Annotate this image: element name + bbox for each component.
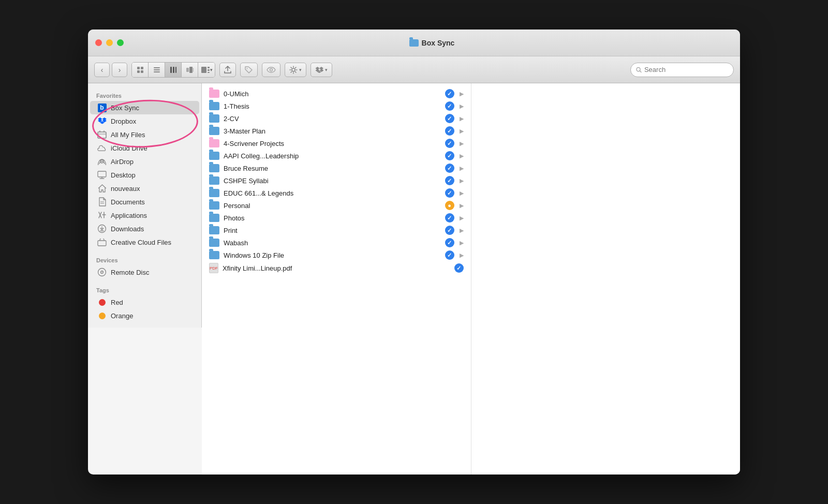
file-item-personal[interactable]: Personal ● ▶ xyxy=(202,199,471,212)
chevron-right-icon: ▶ xyxy=(460,153,464,159)
close-button[interactable] xyxy=(95,39,102,46)
sidebar-item-desktop[interactable]: Desktop xyxy=(90,168,199,182)
view-icon-button[interactable] xyxy=(132,63,149,77)
svg-point-36 xyxy=(101,272,102,272)
sidebar-item-downloads[interactable]: Downloads xyxy=(90,222,199,235)
gear-button[interactable]: ▾ xyxy=(285,63,306,77)
sidebar-item-dropbox[interactable]: Dropbox xyxy=(90,114,199,128)
file-item-4-scrivener[interactable]: 4-Scrivener Projects ✓ ▶ xyxy=(202,137,471,150)
pdf-icon: PDF xyxy=(209,263,218,273)
eye-button[interactable] xyxy=(262,63,280,77)
sidebar-item-tag-orange[interactable]: Orange xyxy=(90,309,199,322)
sidebar-item-label: Box Sync xyxy=(111,104,139,112)
folder-icon xyxy=(209,214,219,222)
sidebar-item-label: Creative Cloud Files xyxy=(111,239,171,246)
file-item-cshpe[interactable]: CSHPE Syllabi ✓ ▶ xyxy=(202,174,471,187)
eye-icon xyxy=(267,67,276,73)
sidebar-item-label: Documents xyxy=(111,198,145,206)
svg-rect-15 xyxy=(208,69,210,71)
file-item-print[interactable]: Print ✓ ▶ xyxy=(202,224,471,236)
chevron-right-icon: ▶ xyxy=(460,103,464,110)
sync-badge-blue: ✓ xyxy=(454,263,464,273)
file-item-aapi[interactable]: AAPI Colleg...Leadership ✓ ▶ xyxy=(202,150,471,162)
toolbar: ‹ › xyxy=(88,56,740,83)
sidebar-item-tag-red[interactable]: Red xyxy=(90,295,199,309)
view-list-button[interactable] xyxy=(149,63,165,77)
titlebar-center: Box Sync xyxy=(131,39,733,47)
file-name: 3-Master Plan xyxy=(224,127,441,135)
sidebar-item-applications[interactable]: Applications xyxy=(90,209,199,222)
svg-rect-11 xyxy=(189,67,193,73)
sidebar-item-label: iCloud Drive xyxy=(111,144,147,152)
sidebar-item-label: Desktop xyxy=(111,171,136,179)
file-item-0-umich[interactable]: 0-UMich ✓ ▶ xyxy=(202,87,471,100)
folder-icon xyxy=(209,139,219,147)
arrange-icon xyxy=(201,66,210,73)
view-arrange-button[interactable]: ▾ xyxy=(198,63,215,77)
file-item-photos[interactable]: Photos ✓ ▶ xyxy=(202,212,471,224)
sidebar: Favorites b Box Sync xyxy=(88,83,202,328)
tag-button[interactable] xyxy=(240,63,258,77)
sync-badge-blue: ✓ xyxy=(445,114,454,123)
orange-tag-icon xyxy=(97,311,107,320)
view-cover-button[interactable] xyxy=(182,63,198,77)
file-name: 2-CV xyxy=(224,115,441,123)
folder-icon xyxy=(209,102,219,110)
file-name: 1-Thesis xyxy=(224,102,441,110)
grid-view-icon xyxy=(137,66,144,73)
sync-badge-blue: ✓ xyxy=(445,139,454,148)
forward-button[interactable]: › xyxy=(112,63,127,77)
file-item-2-cv[interactable]: 2-CV ✓ ▶ xyxy=(202,112,471,125)
folder-icon xyxy=(209,152,219,160)
file-item-educ[interactable]: EDUC 661...& Legends ✓ ▶ xyxy=(202,187,471,199)
back-button[interactable]: ‹ xyxy=(94,63,110,77)
box-logo: b xyxy=(98,103,107,112)
svg-rect-1 xyxy=(141,67,143,69)
file-item-1-thesis[interactable]: 1-Thesis ✓ ▶ xyxy=(202,100,471,112)
svg-rect-10 xyxy=(186,68,189,72)
svg-rect-9 xyxy=(175,67,176,73)
file-item-wabash[interactable]: Wabash ✓ ▶ xyxy=(202,236,471,249)
file-item-3-master-plan[interactable]: 3-Master Plan ✓ ▶ xyxy=(202,125,471,137)
sidebar-item-documents[interactable]: Documents xyxy=(90,195,199,209)
sidebar-item-creative-cloud[interactable]: Creative Cloud Files xyxy=(90,235,199,249)
sidebar-item-box-sync[interactable]: b Box Sync xyxy=(90,101,199,114)
dropbox-button[interactable]: ▾ xyxy=(310,63,332,77)
search-box[interactable] xyxy=(630,63,734,77)
file-item-xfinity-pdf[interactable]: PDF Xfinity Limi...Lineup.pdf ✓ xyxy=(202,261,471,275)
creative-cloud-svg-icon xyxy=(97,239,107,246)
folder-icon xyxy=(209,189,219,197)
svg-rect-5 xyxy=(154,69,160,70)
view-columns-button[interactable] xyxy=(165,63,182,77)
all-files-icon xyxy=(97,130,107,139)
folder-icon xyxy=(209,127,219,135)
desktop-svg-icon xyxy=(97,171,107,179)
svg-rect-26 xyxy=(98,132,106,138)
folder-icon xyxy=(209,176,219,185)
columns-view-icon xyxy=(170,66,177,73)
desktop-icon xyxy=(97,170,107,180)
svg-rect-8 xyxy=(173,67,174,73)
svg-rect-2 xyxy=(137,70,140,73)
search-input[interactable] xyxy=(644,66,728,73)
red-tag-icon xyxy=(97,298,107,307)
home-icon xyxy=(97,184,107,193)
chevron-right-icon: ▶ xyxy=(460,190,464,197)
file-item-windows-zip[interactable]: Windows 10 Zip File ✓ ▶ xyxy=(202,249,471,261)
folder-icon xyxy=(209,201,219,210)
sidebar-item-all-my-files[interactable]: All My Files xyxy=(90,128,199,141)
sidebar-item-airdrop[interactable]: AirDrop xyxy=(90,155,199,168)
sidebar-item-remote-disc[interactable]: Remote Disc xyxy=(90,265,199,279)
sidebar-item-nouveaux[interactable]: nouveaux xyxy=(90,182,199,195)
maximize-button[interactable] xyxy=(117,39,124,46)
minimize-button[interactable] xyxy=(106,39,113,46)
search-icon xyxy=(636,67,642,73)
arrange-dropdown-icon: ▾ xyxy=(210,67,213,72)
view-toggle: ▾ xyxy=(131,62,215,78)
sidebar-item-icloud[interactable]: iCloud Drive xyxy=(90,141,199,155)
file-item-bruce-resume[interactable]: Bruce Resume ✓ ▶ xyxy=(202,162,471,174)
home-svg-icon xyxy=(98,184,107,193)
sync-badge-blue: ✓ xyxy=(445,176,454,185)
share-button[interactable] xyxy=(219,63,236,77)
orange-dot xyxy=(99,313,106,319)
